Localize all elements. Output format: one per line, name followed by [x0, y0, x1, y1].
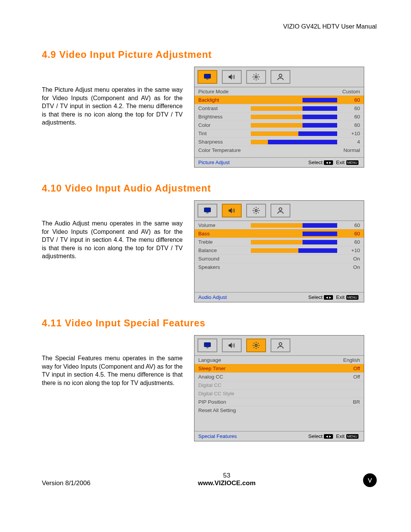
menu-row-label: Treble: [198, 239, 248, 245]
menu-row[interactable]: Brightness 60: [194, 112, 364, 121]
menu-row-label: Digital CC Style: [198, 391, 248, 396]
menu-row-label: Brightness: [198, 114, 248, 120]
menu-row[interactable]: Treble 60: [194, 238, 364, 246]
osd-menu-panel: Language English Sleep Timer Off Analog …: [194, 335, 364, 441]
menu-row-value: Custom: [340, 89, 360, 94]
menu-row-value: English: [340, 357, 360, 363]
menu-tab-3[interactable]: [271, 339, 290, 352]
person-icon: [276, 206, 285, 215]
menu-tab-3[interactable]: [271, 204, 290, 217]
section-heading-2: 4.11 Video Input Special Features: [42, 318, 377, 329]
menu-row-value: +10: [340, 131, 360, 136]
menu-tab-1[interactable]: [222, 339, 242, 352]
menu-tab-2[interactable]: [246, 339, 266, 352]
menu-row-label: Tint: [198, 131, 248, 136]
menu-tab-0[interactable]: [198, 70, 217, 84]
menu-tab-0[interactable]: [198, 204, 217, 217]
slider-track: [251, 375, 337, 379]
menu-row-label: Contrast: [198, 105, 248, 111]
menu-row-value: 60: [340, 114, 360, 120]
slider-track: [251, 123, 337, 128]
menu-row[interactable]: Digital CC Style: [194, 389, 364, 398]
menu-row[interactable]: Tint +10: [194, 129, 364, 137]
menu-tab-2[interactable]: [246, 70, 266, 84]
slider-track: [251, 232, 337, 236]
menu-row[interactable]: Balance +10: [194, 246, 364, 254]
menu-row[interactable]: Volume 60: [194, 221, 364, 229]
menu-row[interactable]: Contrast 60: [194, 104, 364, 112]
menu-row[interactable]: Backlight 60: [194, 96, 364, 104]
menu-tab-bar: [194, 335, 364, 356]
dpad-chip: ◄►: [324, 295, 333, 300]
menu-tab-2[interactable]: [246, 204, 266, 217]
slider-track: [251, 131, 337, 136]
menu-row-value: 60: [340, 97, 360, 103]
menu-footer: Audio Adjust Select◄► ExitMENU: [194, 292, 364, 302]
menu-row-label: Volume: [198, 222, 248, 228]
menu-tab-0[interactable]: [198, 339, 217, 352]
menu-tab-3[interactable]: [271, 70, 290, 84]
menu-row-value: Normal: [340, 147, 360, 153]
menu-row-label: Surround: [198, 256, 248, 262]
menu-tab-bar: [194, 67, 364, 87]
menu-row[interactable]: Sharpness 4: [194, 137, 364, 146]
slider-track: [251, 98, 337, 102]
menu-row[interactable]: Digital CC: [194, 381, 364, 389]
menu-row-value: On: [340, 256, 360, 262]
slider-track: [251, 89, 337, 94]
menu-row[interactable]: Color Temperature Normal: [194, 146, 364, 154]
slider-track: [251, 265, 337, 270]
menu-row-value: BR: [340, 399, 360, 405]
menu-footer: Special Features Select◄► ExitMENU: [194, 431, 364, 441]
menu-row-value: 60: [340, 222, 360, 228]
svg-rect-9: [206, 347, 209, 348]
menu-row-value: 60: [340, 239, 360, 245]
svg-point-11: [279, 343, 282, 345]
monitor-icon: [203, 341, 212, 350]
menu-footer: Picture Adjust Select◄► ExitMENU: [194, 157, 364, 167]
menu-spacer: [194, 271, 364, 292]
speaker-icon: [228, 341, 236, 350]
dpad-chip: ◄►: [324, 160, 333, 165]
menu-row-value: Off: [340, 374, 360, 380]
menu-row-label: Picture Mode: [198, 89, 248, 94]
menu-row[interactable]: Bass 60: [194, 229, 364, 238]
menu-footer-title: Audio Adjust: [198, 294, 308, 300]
menu-row-label: Reset All Setting: [198, 407, 248, 413]
menu-row[interactable]: Surround On: [194, 254, 364, 263]
menu-row[interactable]: PIP Position BR: [194, 398, 364, 406]
slider-track: [251, 248, 337, 253]
svg-point-6: [255, 209, 257, 212]
menu-row[interactable]: Analog CC Off: [194, 372, 364, 381]
slider-track: [251, 148, 337, 153]
menu-tab-1[interactable]: [222, 204, 242, 217]
menu-row[interactable]: Speakers On: [194, 263, 364, 271]
menu-row[interactable]: Picture Mode Custom: [194, 87, 364, 96]
menu-footer-controls: Select◄► ExitMENU: [308, 294, 360, 300]
menu-body: Picture Mode Custom Backlight 60 Contras…: [194, 87, 364, 157]
menu-row-label: PIP Position: [198, 399, 248, 405]
menu-row-value: 60: [340, 122, 360, 128]
section-paragraph-1: The Audio Adjust menu operates in the sa…: [42, 198, 183, 260]
menu-footer-controls: Select◄► ExitMENU: [308, 160, 360, 165]
menu-body: Volume 60 Bass 60 Treble 60 Balance: [194, 221, 364, 292]
slider-track: [251, 408, 337, 413]
menu-footer-title: Picture Adjust: [198, 160, 308, 165]
menu-row[interactable]: Reset All Setting: [194, 406, 364, 414]
menu-row-label: Backlight: [198, 97, 248, 103]
menu-row[interactable]: Language English: [194, 356, 364, 364]
speaker-icon: [228, 73, 236, 81]
menu-tab-1[interactable]: [222, 70, 242, 84]
menu-chip: MENU: [346, 295, 359, 300]
svg-point-2: [255, 76, 257, 78]
menu-row-value: 60: [340, 231, 360, 236]
monitor-icon: [203, 206, 212, 215]
monitor-icon: [203, 73, 212, 81]
slider-track: [251, 240, 337, 244]
osd-menu-panel: Volume 60 Bass 60 Treble 60 Balance: [194, 200, 364, 302]
footer-center: 53 www.VIZIOCE.com: [91, 472, 363, 487]
menu-row[interactable]: Sleep Timer Off: [194, 364, 364, 372]
slider-track: [251, 358, 337, 363]
slider-track: [251, 115, 337, 119]
menu-row[interactable]: Color 60: [194, 121, 364, 129]
